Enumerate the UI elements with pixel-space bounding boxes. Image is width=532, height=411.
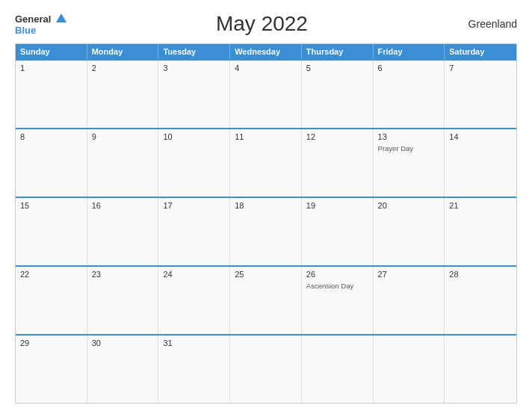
day-number: 3 — [163, 64, 225, 72]
calendar-week-2: 8910111213Prayer Day14 — [16, 128, 516, 197]
calendar-cell: 29 — [16, 336, 87, 403]
calendar-cell: 18 — [230, 198, 302, 265]
calendar-cell — [374, 336, 445, 403]
day-number: 4 — [235, 64, 297, 72]
calendar-cell: 24 — [158, 267, 230, 334]
calendar-cell: 9 — [87, 129, 159, 197]
header: General Blue May 2022 Greenland — [15, 12, 517, 36]
calendar-week-3: 15161718192021 — [16, 197, 516, 265]
day-number: 13 — [378, 132, 440, 141]
calendar-cell: 11 — [230, 129, 302, 197]
day-number: 30 — [92, 339, 154, 347]
calendar-cell: 5 — [302, 61, 374, 128]
calendar-cell: 23 — [87, 267, 159, 334]
calendar-cell — [302, 336, 374, 403]
logo-blue-text: Blue — [15, 25, 36, 36]
day-of-week-sunday: Sunday — [16, 44, 87, 59]
calendar-cell: 25 — [230, 267, 302, 334]
day-number: 19 — [306, 201, 368, 210]
calendar-grid: SundayMondayTuesdayWednesdayThursdayFrid… — [15, 43, 517, 404]
day-number: 8 — [20, 132, 82, 141]
calendar-cell: 30 — [87, 336, 159, 403]
calendar-cell: 27 — [374, 267, 445, 334]
logo-area: General Blue — [15, 12, 66, 36]
logo-general-text: General — [15, 13, 51, 25]
day-of-week-monday: Monday — [87, 44, 159, 59]
day-number: 28 — [449, 270, 512, 279]
event-label: Prayer Day — [378, 144, 440, 153]
day-of-week-saturday: Saturday — [445, 44, 516, 59]
calendar-cell: 6 — [374, 61, 445, 128]
day-number: 26 — [306, 270, 368, 279]
calendar-cell: 17 — [158, 198, 230, 265]
calendar-cell: 15 — [16, 198, 87, 265]
day-number: 20 — [378, 201, 440, 210]
calendar-cell — [230, 336, 302, 403]
day-number: 14 — [449, 132, 512, 141]
day-number: 2 — [92, 64, 154, 72]
day-of-week-wednesday: Wednesday — [230, 44, 302, 59]
day-number: 7 — [449, 64, 512, 72]
day-number: 23 — [92, 270, 154, 279]
day-number: 24 — [163, 270, 225, 279]
calendar-cell: 12 — [302, 129, 374, 197]
day-number: 18 — [235, 201, 297, 210]
day-of-week-friday: Friday — [374, 44, 445, 59]
day-number: 25 — [235, 270, 297, 279]
calendar-cell: 16 — [87, 198, 159, 265]
logo-triangle-icon — [56, 13, 66, 22]
day-number: 9 — [92, 132, 154, 141]
day-of-week-thursday: Thursday — [302, 44, 374, 59]
day-number: 11 — [235, 132, 297, 141]
calendar-page: General Blue May 2022 Greenland SundayMo… — [0, 0, 532, 411]
day-number: 21 — [449, 201, 512, 210]
calendar-cell: 22 — [16, 267, 87, 334]
calendar-cell — [445, 336, 516, 403]
calendar-cell: 20 — [374, 198, 445, 265]
calendar-title: May 2022 — [66, 12, 457, 36]
calendar-cell: 2 — [87, 61, 159, 128]
calendar-cell: 28 — [445, 267, 516, 334]
day-number: 10 — [163, 132, 225, 141]
calendar-cell: 26Ascension Day — [302, 267, 374, 334]
calendar-cell: 10 — [158, 129, 230, 197]
day-number: 31 — [163, 339, 225, 347]
calendar-cell: 8 — [16, 129, 87, 197]
calendar-header-row: SundayMondayTuesdayWednesdayThursdayFrid… — [16, 44, 516, 59]
calendar-cell: 19 — [302, 198, 374, 265]
calendar-week-4: 2223242526Ascension Day2728 — [16, 265, 516, 334]
calendar-week-1: 1234567 — [16, 59, 516, 128]
region-label: Greenland — [457, 18, 517, 30]
event-label: Ascension Day — [306, 282, 368, 291]
calendar-cell: 7 — [445, 61, 516, 128]
calendar-cell: 21 — [445, 198, 516, 265]
day-number: 29 — [20, 339, 82, 347]
calendar-cell: 31 — [158, 336, 230, 403]
calendar-cell: 13Prayer Day — [374, 129, 445, 197]
logo-general-line: General — [15, 12, 66, 25]
day-number: 22 — [20, 270, 82, 279]
day-number: 16 — [92, 201, 154, 210]
day-number: 1 — [20, 64, 82, 72]
day-of-week-tuesday: Tuesday — [158, 44, 230, 59]
calendar-cell: 14 — [445, 129, 516, 197]
calendar-cell: 4 — [230, 61, 302, 128]
calendar-body: 12345678910111213Prayer Day1415161718192… — [16, 59, 516, 403]
day-number: 27 — [378, 270, 440, 279]
day-number: 17 — [163, 201, 225, 210]
day-number: 5 — [306, 64, 368, 72]
calendar-cell: 3 — [158, 61, 230, 128]
calendar-week-5: 293031 — [16, 334, 516, 403]
day-number: 15 — [20, 201, 82, 210]
day-number: 6 — [378, 64, 440, 72]
calendar-cell: 1 — [16, 61, 87, 128]
day-number: 12 — [306, 132, 368, 141]
